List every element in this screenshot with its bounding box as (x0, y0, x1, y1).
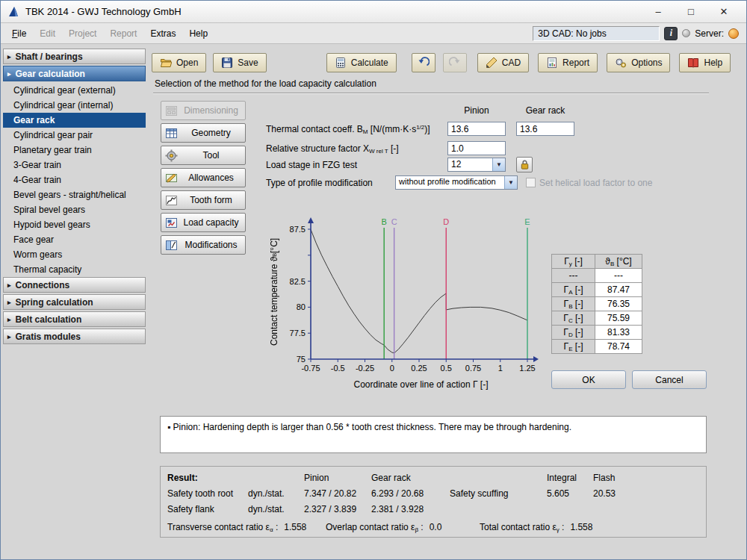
contact-ratio-line: Transverse contact ratio εα :1.558 Overl… (167, 522, 706, 533)
nav-button-label: Modifications (181, 240, 241, 250)
save-icon (221, 57, 233, 69)
result-row-extra-label (450, 504, 547, 514)
menu-help[interactable]: Help (182, 25, 214, 43)
structure-factor-input[interactable] (447, 141, 506, 155)
chevron-down-icon[interactable]: ▼ (504, 176, 517, 189)
report-button[interactable]: Report (538, 53, 598, 72)
result-row-label: Safety tooth root (167, 488, 248, 499)
sidebar-item-worm-gears[interactable]: Worm gears (3, 247, 146, 262)
sidebar-section-gratis-modules[interactable]: ▸Gratis modules (3, 329, 146, 344)
column-header-gear-rack: Gear rack (516, 105, 574, 116)
menu-extras[interactable]: Extras (143, 25, 182, 43)
sidebar-item-3-gear-train[interactable]: 3-Gear train (3, 158, 146, 172)
sidebar-item-bevel-gears-straight-helical[interactable]: Bevel gears - straight/helical (3, 187, 146, 202)
value-table-row-label: ΓC [-] (552, 311, 595, 326)
value-table-header: ϑB [°C] (595, 255, 642, 269)
allowances-icon (165, 172, 178, 184)
svg-text:0.25: 0.25 (411, 364, 427, 373)
svg-text:-0.25: -0.25 (356, 364, 374, 373)
window-controls: – □ ✕ (642, 1, 740, 22)
result-grid: Result: Pinion Gear rack Integral Flash … (167, 473, 706, 514)
close-button[interactable]: ✕ (707, 1, 740, 22)
cancel-button[interactable]: Cancel (632, 370, 707, 389)
triangle-right-icon: ▸ (7, 299, 11, 306)
value-table-row-label: ΓA [-] (552, 283, 595, 297)
save-button[interactable]: Save (213, 53, 266, 72)
sidebar-item-planetary-gear-train[interactable]: Planetary gear train (3, 143, 146, 158)
nav-button-label: Dimensioning (181, 105, 241, 116)
menu-edit[interactable]: Edit (33, 25, 62, 43)
sidebar-section-label: Spring calculation (16, 297, 93, 308)
status-dot-icon (682, 29, 690, 37)
undo-icon (418, 57, 430, 69)
nav-load-capacity-button[interactable]: Load capacity (161, 213, 246, 232)
help-button[interactable]: Help (679, 53, 731, 72)
warning-message-box: ▪ Pinion: Hardening depth is larger than… (160, 416, 707, 453)
sidebar-section-belt-calculation[interactable]: ▸Belt calculation (3, 311, 146, 327)
sidebar-section-shaft-bearings[interactable]: ▸Shaft / bearings (3, 49, 146, 64)
report-icon (546, 57, 558, 69)
warning-message-text: Pinion: Hardening depth is larger than 0… (173, 422, 571, 432)
maximize-button[interactable]: □ (675, 1, 707, 22)
svg-text:0.5: 0.5 (441, 364, 452, 373)
svg-text:87.5: 87.5 (290, 225, 306, 234)
bullet-icon: ▪ (167, 422, 170, 432)
sidebar-item-4-gear-train[interactable]: 4-Gear train (3, 172, 146, 187)
info-icon[interactable]: i (664, 27, 678, 40)
calculate-button[interactable]: Calculate (326, 53, 397, 72)
result-row-pinion-value: 7.347 / 20.82 (304, 488, 371, 499)
nav-allowances-button[interactable]: Allowances (161, 168, 246, 187)
sidebar-section-spring-calculation[interactable]: ▸Spring calculation (3, 294, 146, 310)
result-row-flash-value (593, 504, 645, 514)
result-row-integral-value: 5.605 (547, 488, 593, 499)
profile-modification-select[interactable]: without profile modification ▼ (395, 175, 518, 190)
nav-modifications-button[interactable]: Modifications (161, 235, 246, 255)
sidebar-item-spiral-bevel-gears[interactable]: Spiral bevel gears (3, 202, 146, 217)
sidebar-item-gear-rack[interactable]: Gear rack (3, 113, 146, 128)
result-row-gear-rack-value: 2.381 / 3.928 (371, 504, 450, 514)
options-gear-icon (615, 57, 627, 69)
svg-text:C: C (391, 217, 397, 226)
cad-status-box: 3D CAD: No jobs (533, 26, 660, 41)
chevron-down-icon[interactable]: ▼ (492, 158, 505, 171)
sidebar-section-connections[interactable]: ▸Connections (3, 277, 146, 293)
structure-factor-label: Relative structure factor XW rel T [-] (266, 143, 399, 155)
minimize-button[interactable]: – (642, 1, 675, 22)
fzg-load-stage-select[interactable]: 12 ▼ (447, 158, 506, 172)
chart-x-axis-label: Coordinate over line of action Γ [-] (311, 379, 531, 390)
result-col-integral: Integral (547, 473, 593, 483)
sidebar-item-face-gear[interactable]: Face gear (3, 232, 146, 247)
menu-project[interactable]: Project (62, 25, 103, 43)
undo-button[interactable] (412, 53, 436, 72)
sidebar-section-gear-calculation[interactable]: ▸Gear calculation (3, 66, 146, 81)
redo-button[interactable] (443, 53, 467, 72)
value-table-header: Γy [-] (552, 255, 595, 269)
help-button-label: Help (704, 57, 722, 68)
helical-load-factor-checkbox[interactable] (526, 178, 536, 187)
nav-tool-button[interactable]: Tool (161, 146, 246, 165)
triangle-down-icon: ▸ (7, 70, 11, 78)
report-button-label: Report (562, 57, 589, 68)
nav-tooth-form-button[interactable]: Tooth form (161, 190, 246, 210)
menu-report[interactable]: Report (103, 25, 143, 43)
open-button[interactable]: Open (152, 53, 206, 72)
sidebar-item-hypoid-bevel-gears[interactable]: Hypoid bevel gears (3, 217, 146, 232)
sidebar-item-cylindrical-gear-internal[interactable]: Cylindrical gear (internal) (3, 98, 146, 113)
nav-dimensioning-button[interactable]: Dimensioning (161, 101, 246, 120)
ok-button[interactable]: OK (551, 370, 626, 389)
help-book-icon (687, 57, 699, 69)
sidebar-item-cylindrical-gear-pair[interactable]: Cylindrical gear pair (3, 128, 146, 143)
tooth-form-icon (165, 194, 178, 207)
sidebar-item-thermal-capacity[interactable]: Thermal capacity (3, 262, 146, 277)
thermal-contact-gear-rack-input[interactable] (516, 122, 574, 136)
nav-geometry-button[interactable]: Geometry (161, 123, 246, 143)
padlock-icon (519, 159, 530, 170)
fzg-lock-button[interactable] (516, 157, 533, 172)
value-table-row-label: --- (552, 269, 595, 283)
thermal-contact-pinion-input[interactable] (447, 122, 506, 136)
menu-file[interactable]: File (5, 25, 33, 43)
menubar: FileEditProjectReportExtrasHelp 3D CAD: … (1, 23, 746, 44)
cad-button[interactable]: CAD (477, 53, 529, 72)
options-button[interactable]: Options (607, 53, 670, 72)
sidebar-item-cylindrical-gear-external[interactable]: Cylindrical gear (external) (3, 83, 146, 98)
